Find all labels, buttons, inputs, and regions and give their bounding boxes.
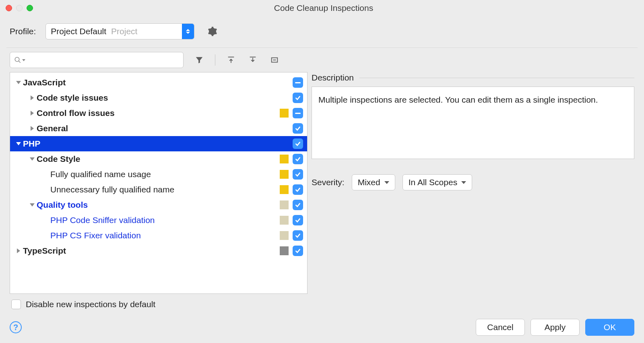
- severity-swatch: [280, 170, 289, 179]
- tree-checkbox[interactable]: [293, 77, 303, 88]
- collapse-all-icon[interactable]: [247, 54, 259, 66]
- tree-row[interactable]: General: [10, 121, 307, 136]
- tree-checkbox[interactable]: [293, 200, 303, 210]
- tree-row[interactable]: PHP CS Fixer validation: [10, 228, 307, 243]
- tree-item-label: Code Style: [37, 154, 280, 164]
- severity-select[interactable]: Mixed: [352, 174, 395, 190]
- tree-checkbox[interactable]: [293, 184, 303, 195]
- severity-swatch: [280, 185, 289, 194]
- inspection-tree[interactable]: JavaScriptCode style issuesControl flow …: [10, 72, 308, 294]
- tree-checkbox[interactable]: [293, 123, 303, 134]
- disable-new-inspections-label: Disable new inspections by default: [26, 300, 155, 309]
- severity-swatch: [280, 155, 289, 163]
- tree-row[interactable]: Code style issues: [10, 90, 307, 105]
- tree-row[interactable]: JavaScript: [10, 75, 307, 90]
- tree-toggle-icon[interactable]: [28, 157, 37, 161]
- tree-checkbox[interactable]: [293, 154, 303, 164]
- tree-checkbox[interactable]: [293, 138, 303, 149]
- tree-toggle-icon[interactable]: [14, 248, 23, 253]
- profile-label: Profile:: [10, 27, 36, 36]
- tree-item-label: PHP CS Fixer validation: [50, 231, 280, 240]
- separator: [215, 54, 215, 66]
- tree-toggle-icon[interactable]: [14, 142, 23, 145]
- tree-toggle-icon[interactable]: [28, 95, 37, 100]
- close-window-icon[interactable]: [6, 5, 12, 11]
- svg-point-0: [15, 57, 19, 62]
- description-header: Description: [312, 73, 354, 83]
- chevron-down-icon: [461, 181, 466, 184]
- severity-swatch: [280, 246, 289, 255]
- scope-select[interactable]: In All Scopes: [402, 174, 472, 190]
- tree-toggle-icon[interactable]: [28, 111, 37, 116]
- chevron-updown-icon: [182, 24, 194, 39]
- severity-swatch: [280, 139, 289, 148]
- tree-item-label: Control flow issues: [37, 108, 280, 118]
- tree-row[interactable]: TypeScript: [10, 243, 307, 258]
- description-text: Multiple inspections are selected. You c…: [318, 95, 598, 104]
- severity-value: Mixed: [358, 178, 380, 187]
- tree-row[interactable]: Fully qualified name usage: [10, 167, 307, 182]
- severity-swatch: [280, 93, 289, 102]
- severity-swatch: [280, 231, 289, 240]
- tree-item-label: Quality tools: [37, 200, 280, 210]
- profile-hint: Project: [111, 27, 182, 36]
- tree-checkbox[interactable]: [293, 93, 303, 103]
- search-input[interactable]: [10, 52, 184, 68]
- severity-swatch: [280, 216, 289, 225]
- tree-item-label: TypeScript: [23, 246, 280, 256]
- tree-checkbox[interactable]: [293, 108, 303, 118]
- window-title: Code Cleanup Inspections: [33, 3, 638, 13]
- scope-value: In All Scopes: [409, 178, 457, 187]
- apply-button[interactable]: Apply: [530, 319, 580, 336]
- tree-checkbox[interactable]: [293, 215, 303, 225]
- titlebar: Code Cleanup Inspections: [0, 0, 644, 16]
- disable-new-inspections-checkbox[interactable]: [11, 300, 21, 309]
- search-field[interactable]: [28, 55, 179, 65]
- tree-checkbox[interactable]: [293, 230, 303, 241]
- tree-row[interactable]: Code Style: [10, 151, 307, 167]
- tree-item-label: JavaScript: [23, 78, 280, 87]
- tree-item-label: Code style issues: [37, 93, 280, 103]
- tree-toggle-icon[interactable]: [14, 81, 23, 84]
- divider: [6, 48, 638, 48]
- tree-item-label: PHP: [23, 139, 280, 149]
- ok-button[interactable]: OK: [585, 319, 634, 336]
- severity-swatch: [280, 78, 289, 87]
- tree-checkbox[interactable]: [293, 169, 303, 180]
- severity-label: Severity:: [312, 178, 345, 187]
- tree-row[interactable]: PHP: [10, 136, 307, 151]
- tree-item-label: PHP Code Sniffer validation: [50, 215, 280, 225]
- divider: [359, 78, 634, 78]
- help-icon[interactable]: ?: [10, 321, 22, 333]
- tree-checkbox[interactable]: [293, 246, 303, 256]
- chevron-down-icon: [384, 181, 389, 184]
- gear-icon[interactable]: [206, 25, 219, 37]
- tree-toggle-icon[interactable]: [28, 203, 37, 207]
- tree-row[interactable]: Unnecessary fully qualified name: [10, 182, 307, 197]
- tree-toggle-icon[interactable]: [28, 126, 37, 131]
- reset-icon[interactable]: [268, 54, 281, 66]
- window-controls: [6, 5, 33, 11]
- cancel-button[interactable]: Cancel: [476, 319, 525, 336]
- minimize-window-icon[interactable]: [16, 5, 23, 11]
- severity-swatch: [280, 200, 289, 209]
- zoom-window-icon[interactable]: [27, 5, 33, 11]
- severity-swatch: [280, 124, 289, 133]
- severity-swatch: [280, 109, 289, 118]
- description-box: Multiple inspections are selected. You c…: [312, 87, 634, 159]
- tree-row[interactable]: Control flow issues: [10, 105, 307, 121]
- profile-value: Project Default: [46, 27, 111, 36]
- tree-row[interactable]: PHP Code Sniffer validation: [10, 213, 307, 228]
- chevron-down-icon: [22, 59, 25, 61]
- tree-item-label: General: [37, 124, 280, 133]
- tree-row[interactable]: Quality tools: [10, 197, 307, 213]
- svg-line-1: [19, 61, 21, 63]
- tree-item-label: Unnecessary fully qualified name: [50, 185, 280, 194]
- filter-icon[interactable]: [193, 54, 205, 66]
- expand-all-icon[interactable]: [225, 54, 237, 66]
- tree-item-label: Fully qualified name usage: [50, 169, 280, 179]
- profile-select[interactable]: Project Default Project: [45, 23, 194, 39]
